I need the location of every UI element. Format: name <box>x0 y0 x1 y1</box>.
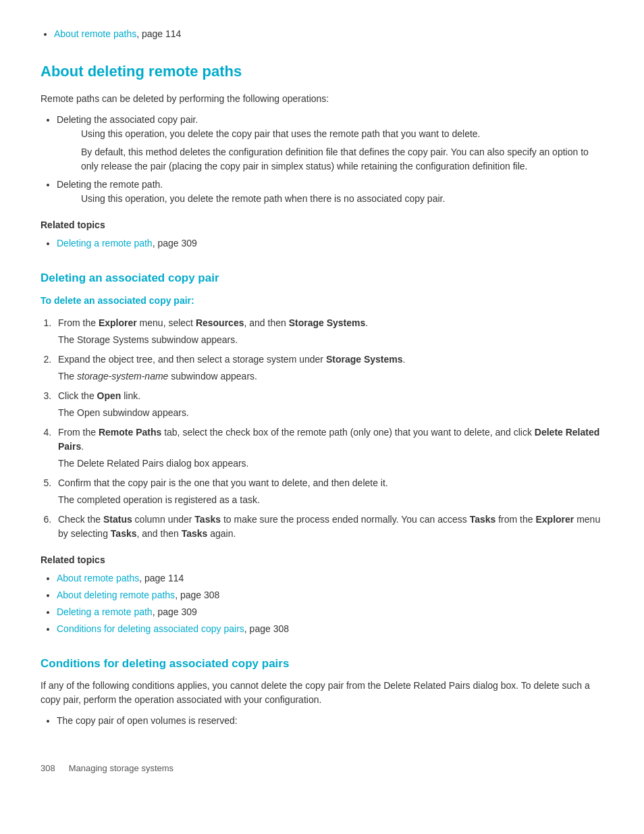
section1-related-page-1: , page 309 <box>153 238 197 249</box>
step4-bold1: Remote Paths <box>99 427 161 438</box>
section1-bullet-1: Deleting the associated copy pair. Using… <box>57 113 603 174</box>
section1-bullet2-main: Deleting the remote path. <box>57 179 163 190</box>
step2-bold1: Storage Systems <box>326 354 403 365</box>
section1-intro: Remote paths can be deleted by performin… <box>41 92 603 106</box>
step-1: From the Explorer menu, select Resources… <box>54 316 603 347</box>
top-bullet-link[interactable]: About remote paths <box>54 28 136 39</box>
step5-note: The completed operation is registered as… <box>58 493 603 507</box>
section2-related-topics-list: About remote paths, page 114 About delet… <box>57 571 603 636</box>
step6-bold6: Tasks <box>182 528 208 539</box>
section2-related-link-1[interactable]: About remote paths <box>57 573 139 583</box>
section2-steps: From the Explorer menu, select Resources… <box>54 316 603 541</box>
section2-related-topic-4: Conditions for deleting associated copy … <box>57 622 603 636</box>
section2-related-link-4[interactable]: Conditions for deleting associated copy … <box>57 623 244 634</box>
step4-text: From the Remote Paths tab, select the ch… <box>58 427 599 452</box>
section1-bullet2-detail1: Using this operation, you delete the rem… <box>81 192 603 206</box>
section3-title: Conditions for deleting associated copy … <box>41 655 603 673</box>
section3-bullets: The copy pair of open volumes is reserve… <box>57 714 603 728</box>
page-footer: 308 Managing storage systems <box>41 762 603 775</box>
step3-bold1: Open <box>97 390 122 401</box>
section2-title: Deleting an associated copy pair <box>41 269 603 287</box>
section3-bullet-1: The copy pair of open volumes is reserve… <box>57 714 603 728</box>
top-bullet-page: , page 114 <box>136 28 181 39</box>
section2-related-topic-1: About remote paths, page 114 <box>57 571 603 585</box>
step6-bold2: Tasks <box>194 514 221 525</box>
section3-intro: If any of the following conditions appli… <box>41 679 603 707</box>
step1-note: The Storage Systems subwindow appears. <box>58 333 603 347</box>
step1-bold1: Explorer <box>99 317 137 328</box>
step3-text: Click the Open link. <box>58 390 140 401</box>
section1-related-link-1[interactable]: Deleting a remote path <box>57 238 153 249</box>
section1-bullet1-main: Deleting the associated copy pair. <box>57 114 198 125</box>
section2-related-page-1: , page 114 <box>139 573 184 583</box>
step6-bold4: Explorer <box>535 514 574 525</box>
step6-bold3: Tasks <box>470 514 496 525</box>
section1-related-topics-label: Related topics <box>41 218 603 232</box>
section2-related-topics-label: Related topics <box>41 553 603 567</box>
step-2: Expand the object tree, and then select … <box>54 353 603 384</box>
section1-bullet1-detail1: Using this operation, you delete the cop… <box>81 127 603 141</box>
step-4: From the Remote Paths tab, select the ch… <box>54 425 603 471</box>
step6-bold1: Status <box>103 514 132 525</box>
section2-related-topic-3: Deleting a remote path, page 309 <box>57 605 603 619</box>
section1-related-topics-list: Deleting a remote path, page 309 <box>57 236 603 251</box>
section2-procedure-title: To delete an associated copy pair: <box>41 294 603 308</box>
footer-text: Managing storage systems <box>69 762 173 775</box>
step-3: Click the Open link. The Open subwindow … <box>54 389 603 420</box>
step2-note: The storage-system-name subwindow appear… <box>58 369 603 384</box>
section2-related-page-3: , page 309 <box>153 606 197 617</box>
step2-italic: storage-system-name <box>77 371 168 382</box>
section2-related-link-2[interactable]: About deleting remote paths <box>57 590 175 600</box>
section2-related-link-3[interactable]: Deleting a remote path <box>57 606 153 617</box>
step3-note: The Open subwindow appears. <box>58 406 603 420</box>
step1-text: From the Explorer menu, select Resources… <box>58 317 368 328</box>
section3-bullet1-text: The copy pair of open volumes is reserve… <box>57 715 238 726</box>
step2-text: Expand the object tree, and then select … <box>58 354 405 365</box>
step6-bold5: Tasks <box>111 528 137 539</box>
step-6: Check the Status column under Tasks to m… <box>54 513 603 541</box>
step-5: Confirm that the copy pair is the one th… <box>54 476 603 507</box>
step5-text: Confirm that the copy pair is the one th… <box>58 477 388 488</box>
section2-related-page-2: , page 308 <box>175 590 219 600</box>
section1-bullets: Deleting the associated copy pair. Using… <box>57 113 603 206</box>
section1-bullet-2: Deleting the remote path. Using this ope… <box>57 178 603 206</box>
step6-text: Check the Status column under Tasks to m… <box>58 514 600 539</box>
section1-related-topic-1: Deleting a remote path, page 309 <box>57 236 603 251</box>
top-bullet-item: About remote paths, page 114 <box>54 27 603 41</box>
footer-page-num: 308 <box>41 762 55 775</box>
step4-note: The Delete Related Pairs dialog box appe… <box>58 457 603 471</box>
step1-bold2: Resources <box>196 317 244 328</box>
section2-related-page-4: , page 308 <box>244 623 289 634</box>
section2-related-topic-2: About deleting remote paths, page 308 <box>57 588 603 602</box>
top-bullet-list: About remote paths, page 114 <box>54 27 603 41</box>
step1-bold3: Storage Systems <box>289 317 366 328</box>
section1-bullet1-detail2: By default, this method deletes the conf… <box>81 145 603 174</box>
section1-title: About deleting remote paths <box>41 60 603 82</box>
